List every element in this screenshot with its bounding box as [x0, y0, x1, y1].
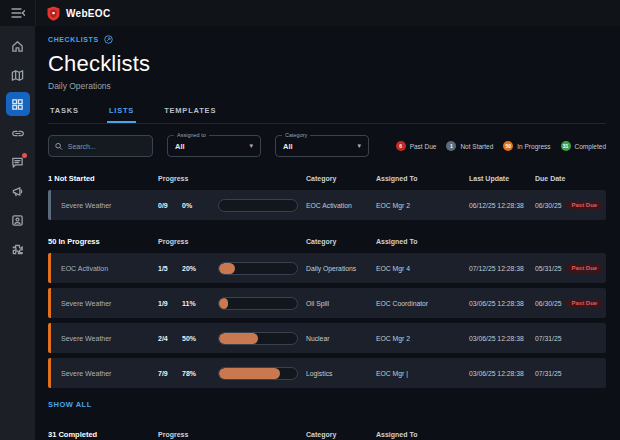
table-row[interactable]: Severe Weather 2/4 50% Nuclear EOC Mgr 2…	[48, 323, 606, 353]
section-header-row: 50 In Progress Progress Category Assigne…	[48, 229, 606, 253]
past-due-count-badge: 6	[396, 141, 406, 151]
search-box[interactable]	[48, 135, 153, 157]
status-accent-bar	[48, 190, 51, 220]
webeoc-shield-logo-icon	[47, 6, 60, 21]
assigned-to-cell: EOC Coordinator	[376, 300, 469, 307]
column-header-category: Category	[306, 175, 376, 182]
breadcrumb-label: CHECKLISTS	[48, 36, 99, 43]
progress-percent: 11%	[182, 300, 210, 307]
due-date-cell: 05/31/25 Past Due	[535, 264, 606, 273]
table-row[interactable]: Severe Weather 0/9 0% EOC Activation EOC…	[48, 190, 606, 220]
sidebar-item-links[interactable]	[6, 121, 30, 145]
progress-bar	[218, 262, 298, 275]
tab-lists[interactable]: LISTS	[107, 101, 136, 123]
hamburger-menu-icon	[11, 7, 25, 19]
sidebar-item-messages[interactable]	[6, 150, 30, 174]
show-all-link[interactable]: SHOW ALL	[48, 400, 92, 409]
progress-bar	[218, 367, 298, 380]
category-select[interactable]: Category All ▾	[275, 135, 369, 157]
section-header-row: 1 Not Started Progress Category Assigned…	[48, 166, 606, 190]
sidebar-item-home[interactable]	[6, 34, 30, 58]
column-header-assigned-to: Assigned To	[376, 175, 469, 182]
table-row[interactable]: EOC Activation 1/5 20% Daily Operations …	[48, 253, 606, 283]
column-header-category: Category	[306, 238, 376, 245]
column-header-progress: Progress	[158, 238, 182, 245]
last-update-cell: 07/12/25 12:28:38	[469, 265, 535, 272]
section-completed: 31 Completed Progress Category Assigned …	[48, 422, 606, 440]
category-cell: Daily Operations	[306, 265, 376, 272]
status-accent-bar	[48, 253, 51, 283]
due-date-cell: 06/30/25 Past Due	[535, 201, 606, 210]
tab-tasks[interactable]: TASKS	[48, 101, 81, 123]
search-input[interactable]	[68, 143, 146, 150]
past-due-badge: Past Due	[566, 264, 602, 273]
sidebar-item-map[interactable]	[6, 63, 30, 87]
tab-templates[interactable]: TEMPLATES	[162, 101, 218, 123]
contact-card-icon	[11, 214, 24, 227]
completed-count-badge: 31	[561, 141, 571, 151]
megaphone-icon	[11, 185, 25, 198]
assigned-to-label: Assigned to	[174, 132, 209, 138]
link-icon	[11, 127, 25, 140]
past-due-badge: Past Due	[566, 299, 602, 308]
left-nav-sidebar	[0, 26, 35, 440]
menu-toggle-button[interactable]	[0, 0, 35, 26]
checklist-name: Severe Weather	[48, 202, 158, 209]
column-header-assigned-to: Assigned To	[376, 431, 469, 438]
category-cell: Nuclear	[306, 335, 376, 342]
progress-bar	[218, 297, 298, 310]
past-due-badge: Past Due	[566, 201, 602, 210]
chevron-down-icon: ▾	[249, 142, 253, 150]
legend-completed: 31 Completed	[561, 141, 606, 151]
table-row[interactable]: Severe Weather 7/9 78% Logistics EOC Mgr…	[48, 358, 606, 388]
sidebar-item-announcements[interactable]	[6, 179, 30, 203]
boards-grid-icon	[11, 98, 24, 111]
table-row[interactable]: Severe Weather 1/9 11% Oil Spill EOC Coo…	[48, 288, 606, 318]
assigned-to-select[interactable]: Assigned to All ▾	[167, 135, 261, 157]
legend-in-progress: 50 In Progress	[503, 141, 550, 151]
assigned-to-cell: EOC Mgr 2	[376, 202, 469, 209]
sidebar-item-boards[interactable]	[6, 92, 30, 116]
section-title: 1 Not Started	[48, 174, 158, 183]
category-cell: EOC Activation	[306, 202, 376, 209]
app-brand: WebEOC	[36, 6, 110, 21]
notification-badge-dot	[22, 153, 27, 158]
progress-bar	[218, 199, 298, 212]
in-progress-count-badge: 50	[503, 141, 513, 151]
due-date-cell: 07/31/25	[535, 370, 606, 377]
assigned-to-cell: EOC Mgr 4	[376, 265, 469, 272]
checklist-name: Severe Weather	[48, 335, 158, 342]
last-update-cell: 03/06/25 12:28:38	[469, 300, 535, 307]
due-date-cell: 06/30/25 Past Due	[535, 299, 606, 308]
legend-not-started: 1 Not Started	[446, 141, 493, 151]
status-accent-bar	[48, 323, 51, 353]
assigned-to-value: All	[175, 142, 185, 151]
category-cell: Oil Spill	[306, 300, 376, 307]
search-icon	[55, 142, 63, 151]
category-label: Category	[282, 132, 310, 138]
sidebar-item-plugins[interactable]	[6, 237, 30, 261]
page-title: Checklists	[48, 51, 606, 77]
page-subtitle: Daily Operations	[48, 81, 606, 91]
column-header-progress: Progress	[158, 175, 182, 182]
not-started-count-badge: 1	[446, 141, 456, 151]
column-header-last-update: Last Update	[469, 175, 535, 182]
assigned-to-cell[interactable]: EOC Mgr |	[376, 370, 469, 377]
section-in-progress: 50 In Progress Progress Category Assigne…	[48, 229, 606, 413]
status-accent-bar	[48, 288, 51, 318]
app-name: WebEOC	[66, 8, 110, 19]
assigned-to-cell: EOC Mgr 2	[376, 335, 469, 342]
sidebar-item-contacts[interactable]	[6, 208, 30, 232]
category-value: All	[283, 142, 293, 151]
checklist-name: EOC Activation	[48, 265, 158, 272]
progress-fraction: 1/5	[158, 265, 182, 272]
checklist-name: Severe Weather	[48, 300, 158, 307]
progress-fraction: 1/9	[158, 300, 182, 307]
map-icon	[11, 69, 24, 82]
progress-percent: 0%	[182, 202, 210, 209]
breadcrumb[interactable]: CHECKLISTS	[48, 35, 606, 44]
filter-toolbar: Assigned to All ▾ Category All ▾ 6 Past …	[48, 135, 606, 157]
section-title: 31 Completed	[48, 430, 158, 439]
column-header-due-date: Due Date	[535, 175, 606, 182]
section-title: 50 In Progress	[48, 237, 158, 246]
